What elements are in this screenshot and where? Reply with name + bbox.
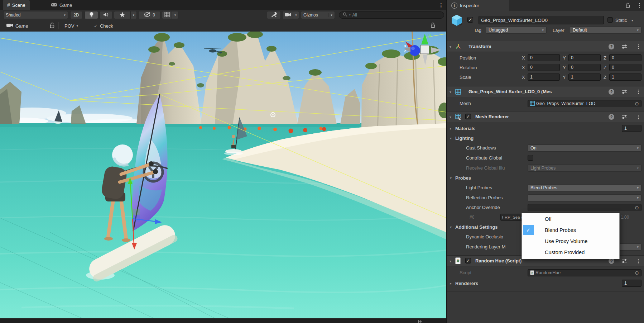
mesh-object-field[interactable]: Geo_Props_WindSurfer_LOD_ ⊙ <box>528 100 641 107</box>
renderers-row[interactable]: ▸ Renderers 1 <box>447 280 644 287</box>
tag-value: Untagged <box>489 28 508 33</box>
materials-row[interactable]: ▸ Materials 1 <box>447 125 644 132</box>
lighting-section-row[interactable]: ▾ Lighting <box>447 134 644 142</box>
scene-menu-kebab[interactable]: ⋮ <box>438 2 444 8</box>
foldout-icon[interactable]: ▾ <box>450 115 451 119</box>
popup-item-custom-provided[interactable]: Custom Provided <box>522 247 619 258</box>
foldout-icon[interactable]: ▾ <box>450 136 452 140</box>
inspector-lock-icon[interactable] <box>625 3 630 9</box>
rotation-y-field[interactable]: 0 <box>568 64 601 71</box>
transform-header[interactable]: ▾ Transform ? ⋮ <box>447 41 644 52</box>
gizmos-dropdown[interactable]: Gizmos ▾ <box>301 11 335 19</box>
scene-audio-button[interactable] <box>100 11 112 19</box>
reflection-probes-dropdown[interactable]: ▾ <box>528 194 641 201</box>
gizmos-label: Gizmos <box>303 13 318 18</box>
camera-dropdown[interactable]: ▾ <box>293 11 299 19</box>
popup-item-blend-probes[interactable]: ✓ Blend Probes <box>522 224 619 236</box>
overlay-game-label: Game <box>15 23 28 29</box>
overlay-pov-dropdown[interactable]: POV ▾ <box>62 22 80 30</box>
hidden-objects-button[interactable]: 0 <box>138 11 160 19</box>
random-hue-enabled-checkbox[interactable]: ✓ <box>465 258 471 263</box>
scale-x-field[interactable]: 1 <box>528 73 560 81</box>
gameobject-name-field[interactable]: Geo_Props_WindSurfer_LOD0 <box>479 16 604 24</box>
position-z-field[interactable]: 0 <box>609 54 641 61</box>
overlay-check-toggle[interactable]: ✓ Check <box>92 22 115 30</box>
gameobject-active-checkbox[interactable]: ✓ <box>467 17 473 23</box>
cast-shadows-dropdown[interactable]: On ▾ <box>528 144 641 152</box>
object-picker-icon[interactable]: ⊙ <box>635 101 639 106</box>
tag-dropdown[interactable]: Untagged ▾ <box>486 27 547 34</box>
component-tools-button[interactable] <box>267 11 281 19</box>
foldout-icon[interactable]: ▸ <box>450 127 452 130</box>
layer-dropdown[interactable]: Default ▾ <box>570 27 641 34</box>
tab-game[interactable]: Game <box>47 0 76 10</box>
renderers-count-field[interactable]: 1 <box>622 280 641 287</box>
scale-z-field[interactable]: 1 <box>609 73 641 81</box>
presets-icon[interactable] <box>621 114 627 119</box>
position-y-field[interactable]: 0 <box>568 54 601 61</box>
shading-mode-dropdown[interactable]: Shaded ▾ <box>3 11 68 19</box>
scale-y-field[interactable]: 1 <box>568 73 601 81</box>
inspector-panel: i Inspector ⋮ ✓ Geo_Props_WindSurfer_LOD… <box>446 0 644 323</box>
static-dropdown-arrow[interactable]: ▾ <box>631 19 633 22</box>
scene-lighting-button[interactable] <box>85 11 98 19</box>
mesh-renderer-enabled-checkbox[interactable]: ✓ <box>465 114 471 119</box>
mini-grid-icon[interactable] <box>418 319 422 323</box>
component-menu-kebab[interactable]: ⋮ <box>636 89 641 95</box>
script-object-field[interactable]: # RandomHue ⊙ <box>528 269 641 276</box>
position-x-field[interactable]: 0 <box>528 54 560 61</box>
renderers-label: Renderers <box>455 281 478 286</box>
toggle-2d-button[interactable]: 2D <box>70 11 82 19</box>
object-picker-icon[interactable]: ⊙ <box>635 205 639 210</box>
overlay-lock-button[interactable] <box>428 22 438 30</box>
overlay-unlock-button[interactable] <box>47 22 57 30</box>
grid-visibility-button[interactable] <box>162 11 172 19</box>
tab-scene[interactable]: # Scene <box>3 0 30 10</box>
mesh-label: Mesh <box>460 101 471 106</box>
component-menu-kebab[interactable]: ⋮ <box>636 114 641 120</box>
foldout-icon[interactable]: ▾ <box>450 259 451 263</box>
foldout-icon[interactable]: ▸ <box>450 281 452 285</box>
tab-inspector[interactable]: i Inspector <box>447 0 509 11</box>
anchor-override-field[interactable]: ⊙ <box>528 204 641 211</box>
static-checkbox[interactable] <box>607 17 613 23</box>
help-icon[interactable]: ? <box>609 114 614 120</box>
component-menu-kebab[interactable]: ⋮ <box>636 258 641 264</box>
presets-icon[interactable] <box>621 89 627 94</box>
object-picker-icon[interactable]: ⊙ <box>635 270 639 276</box>
help-icon[interactable]: ? <box>609 44 614 49</box>
grid-dropdown[interactable]: ▾ <box>172 11 178 19</box>
scene-viewport[interactable]: y x z <box>0 32 446 318</box>
foldout-icon[interactable]: ▾ <box>450 90 451 94</box>
overlay-game-camera-button[interactable]: Game <box>4 22 30 30</box>
scale-row: Scale X 1 Y 1 Z 1 <box>447 73 644 81</box>
presets-icon[interactable] <box>621 258 627 263</box>
scene-camera-button[interactable] <box>282 11 293 19</box>
mesh-filter-header[interactable]: ▾ Geo_Props_Wind Surfer_LOD_0 (Mes ? ⋮ <box>447 86 644 97</box>
camera-icon <box>285 13 291 18</box>
effects-dropdown[interactable]: ▾ <box>130 11 137 19</box>
scene-search-input[interactable]: ▾ All <box>339 11 444 19</box>
mesh-renderer-header[interactable]: ▾ ✓ Mesh Renderer ? ⋮ <box>447 111 644 122</box>
component-separator <box>447 291 644 291</box>
foldout-icon[interactable]: ▾ <box>450 176 452 180</box>
component-menu-kebab[interactable]: ⋮ <box>636 43 641 50</box>
popup-item-use-proxy-volume[interactable]: Use Proxy Volume <box>522 236 619 247</box>
axis-x-label: x <box>404 43 407 48</box>
contribute-gi-checkbox[interactable] <box>528 155 533 161</box>
probe-index: #0 <box>470 215 474 220</box>
scene-effects-button[interactable] <box>114 11 130 19</box>
probes-section-row[interactable]: ▾ Probes <box>447 174 644 181</box>
presets-icon[interactable] <box>621 44 627 49</box>
inspector-menu-kebab[interactable]: ⋮ <box>637 2 643 9</box>
materials-count-field[interactable]: 1 <box>622 125 641 132</box>
light-probes-dropdown[interactable]: Blend Probes ▾ <box>528 184 641 191</box>
foldout-icon[interactable]: ▾ <box>450 44 451 48</box>
rotation-x-field[interactable]: 0 <box>528 64 560 71</box>
rotation-z-field[interactable]: 0 <box>609 64 641 71</box>
gamepad-icon <box>51 3 57 8</box>
probes-label: Probes <box>455 175 471 181</box>
foldout-icon[interactable]: ▾ <box>450 225 452 229</box>
help-icon[interactable]: ? <box>609 89 614 95</box>
popup-item-off[interactable]: Off <box>522 213 619 224</box>
